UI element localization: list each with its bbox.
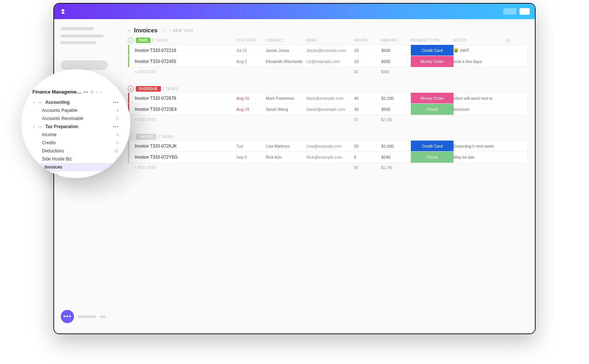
collapse-caret-icon[interactable]: ▾ bbox=[128, 29, 130, 32]
payment-type-pill[interactable]: Money Order bbox=[411, 93, 454, 103]
hours-cell[interactable]: 40 bbox=[354, 96, 381, 100]
amount-cell[interactable]: $600 bbox=[381, 48, 411, 53]
space-header[interactable]: Finance Manageme… ••• ⚙ ＋ ⌕ bbox=[32, 88, 119, 98]
payment-type-pill[interactable]: Credit Card bbox=[411, 45, 454, 56]
amount-cell[interactable]: $1,500 bbox=[381, 144, 411, 148]
add-task-button[interactable]: + ADD TASK58$1,740 bbox=[128, 163, 528, 172]
tree-label: Deductions bbox=[42, 148, 64, 153]
topbar-button-b[interactable] bbox=[519, 8, 530, 15]
hours-cell[interactable]: 20 bbox=[354, 48, 381, 53]
status-pill[interactable]: OVERDUE bbox=[136, 86, 161, 92]
task-count: 2 TASKS bbox=[162, 87, 178, 91]
hours-cell[interactable]: 8 bbox=[354, 155, 381, 159]
payment-type-pill[interactable]: Credit Card bbox=[411, 141, 454, 151]
task-row[interactable]: Invoice T333-072678Aug 15Mark FreedmanMa… bbox=[128, 93, 527, 104]
tree-item[interactable]: Accounts Payable4 bbox=[32, 106, 119, 114]
due-date[interactable]: Jul 31 bbox=[236, 48, 266, 53]
tree-item[interactable]: Deductions10 bbox=[32, 147, 119, 155]
sidebar-skeleton-line bbox=[61, 35, 103, 38]
contact-cell[interactable]: Sarah Wang bbox=[266, 107, 306, 112]
tree-item[interactable]: Income4 bbox=[32, 131, 119, 139]
caret-icon[interactable]: ▾ bbox=[33, 101, 36, 104]
add-task-button[interactable]: + ADD TASK70$2,100 bbox=[128, 115, 528, 124]
task-row[interactable]: Invoice T333-072455Aug 2Elizabeth Winche… bbox=[128, 56, 527, 67]
hours-cell[interactable]: 30 bbox=[354, 107, 381, 112]
new-task-button[interactable]: + NEW TASK bbox=[169, 29, 194, 33]
notes-cell[interactable]: took a few days bbox=[454, 59, 504, 64]
task-name[interactable]: Invoice T333-072219 bbox=[131, 48, 236, 53]
due-date[interactable]: Sep 5 bbox=[236, 155, 266, 159]
tree-folder[interactable]: ▾▭Accounting••• bbox=[32, 98, 119, 106]
topbar-actions bbox=[503, 8, 530, 15]
task-row[interactable]: Invoice T333-072Y6GSep 5Rick KimRick@exa… bbox=[128, 152, 527, 163]
group-header: ✓OVERDUE2 TASKS bbox=[128, 85, 528, 92]
sidebar-skeleton-line bbox=[61, 41, 96, 44]
task-name[interactable]: Invoice T333-072455 bbox=[131, 59, 236, 64]
status-circle-icon[interactable]: ✓ bbox=[128, 38, 134, 43]
amount-cell[interactable]: $900 bbox=[381, 107, 411, 112]
chat-icon[interactable]: ••• bbox=[61, 310, 74, 323]
search-icon[interactable]: ⌕ bbox=[100, 90, 103, 94]
tree-folder[interactable]: ▾▭Tax Preparation••• bbox=[32, 123, 119, 131]
due-date[interactable]: Aug 19 bbox=[236, 107, 266, 112]
contact-cell[interactable]: Mark Freedman bbox=[266, 96, 306, 100]
gear-icon[interactable]: ⚙ bbox=[90, 89, 94, 94]
email-cell[interactable]: Jessie@example.com bbox=[306, 48, 354, 53]
more-icon[interactable]: ••• bbox=[113, 124, 119, 129]
col-ptype: PAYMENT TYPE bbox=[410, 38, 453, 42]
amount-cell[interactable]: $240 bbox=[381, 155, 411, 159]
main-content: ▾ Invoices ⓘ + NEW TASK ✓PAID2 TASKSDUE … bbox=[120, 19, 535, 333]
group-rows: Invoice T333-072678Aug 15Mark FreedmanMa… bbox=[128, 92, 528, 115]
notes-cell[interactable]: May be late bbox=[454, 155, 504, 159]
tree-count: 4 bbox=[116, 108, 119, 113]
tree-item[interactable]: Credits3 bbox=[32, 139, 119, 147]
tree-item[interactable]: Side Hustle Biz6 bbox=[32, 155, 119, 163]
plus-icon[interactable]: ＋ bbox=[95, 89, 99, 95]
notes-cell[interactable]: bounced bbox=[454, 107, 504, 112]
more-icon[interactable]: ••• bbox=[82, 89, 89, 95]
tree-count: 6 bbox=[116, 116, 119, 121]
amount-cell[interactable]: $300 bbox=[381, 59, 411, 64]
due-date[interactable]: Tue bbox=[236, 144, 266, 148]
task-row[interactable]: Invoice T333-072KJKTueLisa MartinezLisa@… bbox=[128, 141, 527, 152]
contact-cell[interactable]: Lisa Martinez bbox=[266, 144, 306, 148]
payment-type-pill[interactable]: Check bbox=[411, 152, 454, 163]
caret-icon[interactable]: ▾ bbox=[33, 125, 36, 128]
email-cell[interactable]: Mark@example.com bbox=[306, 96, 354, 100]
task-name[interactable]: Invoice T333-072678 bbox=[131, 96, 236, 101]
tree-item[interactable]: Accounts Receivable6 bbox=[32, 114, 119, 123]
contact-cell[interactable]: Jessie Jones bbox=[266, 48, 306, 53]
amount-cell[interactable]: $1,200 bbox=[381, 96, 411, 100]
notes-cell[interactable]: client will send next w bbox=[454, 96, 504, 100]
status-pill[interactable]: PAID bbox=[136, 38, 151, 43]
group-header: ✓UNPAID2 TASKS bbox=[128, 133, 528, 140]
more-icon[interactable]: ••• bbox=[113, 100, 119, 105]
contact-cell[interactable]: Rick Kim bbox=[266, 155, 306, 159]
status-group-unpaid: ✓UNPAID2 TASKSInvoice T333-072KJKTueLisa… bbox=[128, 133, 528, 172]
task-count: 2 TASKS bbox=[152, 38, 168, 42]
topbar-button-a[interactable] bbox=[503, 8, 516, 15]
contact-cell[interactable]: Elizabeth Wincheste bbox=[266, 59, 306, 64]
add-task-button[interactable]: + ADD TASK30$900 bbox=[128, 67, 528, 76]
email-cell[interactable]: Liz@example.com bbox=[306, 59, 354, 64]
task-row[interactable]: Invoice T333-0723E4Aug 19Sarah WangSarah… bbox=[128, 104, 527, 115]
email-cell[interactable]: Rick@example.com bbox=[306, 155, 354, 159]
sidebar-popover: Finance Manageme… ••• ⚙ ＋ ⌕ ▾▭Accounting… bbox=[21, 69, 130, 178]
notes-cell[interactable]: 🤑paid! bbox=[454, 48, 504, 53]
add-column-icon[interactable]: ⊕ bbox=[505, 37, 512, 44]
notes-cell[interactable]: Expecting it next week bbox=[454, 144, 504, 148]
folder-icon: ▭ bbox=[38, 124, 43, 129]
info-icon[interactable]: ⓘ bbox=[161, 28, 166, 34]
hours-cell[interactable]: 50 bbox=[354, 144, 381, 148]
task-row[interactable]: Invoice T333-072219Jul 31Jessie JonesJes… bbox=[128, 45, 527, 56]
task-count: 2 TASKS bbox=[158, 135, 173, 139]
hours-total: 30 bbox=[354, 70, 381, 74]
sidebar-search-input[interactable] bbox=[61, 60, 108, 70]
due-date[interactable]: Aug 2 bbox=[236, 59, 266, 64]
email-cell[interactable]: Lisa@example.com bbox=[306, 144, 354, 148]
payment-type-pill[interactable]: Check bbox=[411, 104, 454, 115]
email-cell[interactable]: Sarah@example.com bbox=[306, 107, 354, 112]
hours-cell[interactable]: 10 bbox=[354, 59, 381, 64]
due-date[interactable]: Aug 15 bbox=[236, 96, 266, 100]
payment-type-pill[interactable]: Money Order bbox=[411, 56, 454, 67]
